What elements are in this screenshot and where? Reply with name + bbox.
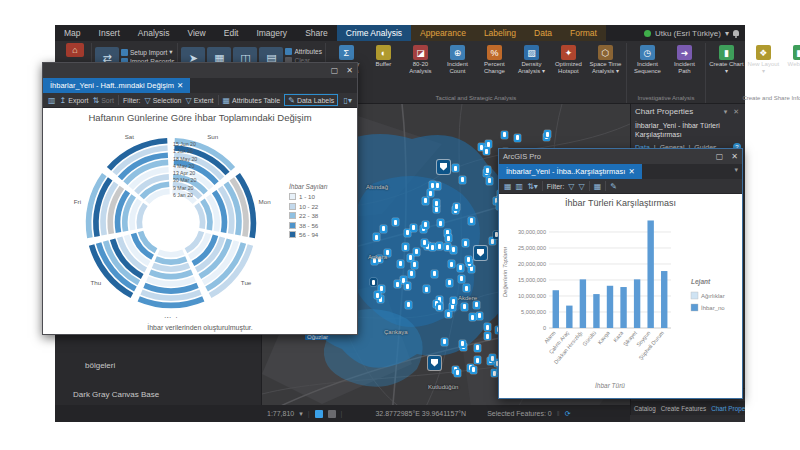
maximize-icon[interactable]: ▢ — [331, 66, 339, 75]
setup-import-button[interactable]: Setup Import▾ — [121, 48, 174, 56]
dock-tab-create-features[interactable]: Create Features — [661, 405, 707, 412]
incident-sequence-button[interactable]: ◷Incident Sequence — [630, 43, 665, 75]
attributes-table-button[interactable]: ▦Attributes Table — [223, 96, 281, 105]
close-icon[interactable]: ✕ — [731, 152, 738, 161]
filter-extent-button[interactable]: ▽Extent — [186, 96, 214, 105]
incident-marker[interactable] — [410, 224, 417, 232]
density-analysis-button[interactable]: ▨Density Analysis ▾ — [514, 43, 549, 75]
incident-marker[interactable] — [445, 234, 452, 242]
incident-marker[interactable] — [469, 313, 476, 321]
notification-bell-icon[interactable] — [733, 30, 739, 36]
incident-marker[interactable] — [373, 233, 380, 241]
incident-marker[interactable] — [411, 261, 418, 269]
incident-marker[interactable] — [461, 303, 468, 311]
snap-toggle-icon[interactable] — [315, 410, 323, 418]
incident-marker[interactable] — [397, 260, 404, 268]
ribbon-tab-insert[interactable]: Insert — [90, 25, 129, 41]
ribbon-tab-imagery[interactable]: Imagery — [247, 25, 296, 41]
bar-g-r-lt[interactable] — [593, 294, 599, 328]
incident-marker[interactable] — [483, 147, 490, 155]
incident-marker[interactable] — [468, 217, 475, 225]
incident-marker[interactable] — [429, 181, 436, 189]
bar-al-nt-ara[interactable] — [566, 306, 572, 328]
ribbon-tab-format[interactable]: Format — [561, 25, 606, 41]
radial-segment[interactable] — [159, 252, 184, 255]
optimized-hotspot-button[interactable]: ✦Optimized Hotspot — [551, 43, 586, 75]
ribbon-tab-analysis[interactable]: Analysis — [129, 25, 179, 41]
bar-chart-tab[interactable]: İhbarlar_Yeni - İhba..Karşılaştırması✕ — [499, 164, 642, 179]
close-icon[interactable]: ✕ — [346, 66, 353, 75]
incident-marker[interactable] — [484, 323, 491, 331]
attributes-button[interactable]: Attributes — [285, 48, 321, 55]
incident-marker[interactable] — [394, 280, 401, 288]
pencil-icon[interactable]: ✎ — [610, 182, 617, 191]
incident-marker[interactable] — [474, 344, 481, 352]
incident-marker[interactable] — [441, 338, 448, 346]
data-labels-toggle[interactable]: ✎Data Labels — [284, 94, 338, 106]
incident-marker[interactable] — [405, 301, 412, 309]
ribbon-tab-edit[interactable]: Edit — [215, 25, 248, 41]
ribbon-tab-share[interactable]: Share — [296, 25, 337, 41]
incident-marker[interactable] — [448, 260, 455, 268]
bar-window-titlebar[interactable]: ArcGIS Pro ▢✕ — [499, 149, 742, 164]
incident-marker[interactable] — [484, 166, 491, 174]
close-tab-icon[interactable]: ✕ — [628, 167, 634, 176]
sort-icon[interactable]: ⇅▾ — [527, 182, 538, 191]
bar-alarm[interactable] — [553, 290, 559, 328]
incident-marker[interactable] — [370, 278, 377, 286]
table-icon[interactable]: ▦ — [594, 182, 602, 191]
incident-marker[interactable] — [473, 301, 480, 309]
incident-count-button[interactable]: ⊕Incident Count — [440, 43, 475, 75]
incident-marker[interactable] — [380, 225, 387, 233]
ribbon-tab-labeling[interactable]: Labeling — [475, 25, 525, 41]
incident-marker[interactable] — [470, 366, 477, 374]
pane-controls[interactable]: ▾ ✕ — [724, 108, 741, 116]
incident-marker[interactable] — [486, 177, 493, 185]
dock-tab-chart-properties[interactable]: Chart Properties — [711, 405, 745, 412]
bar-ikayet[interactable] — [634, 279, 640, 328]
incident-marker[interactable] — [489, 354, 496, 362]
radial-chart-plot[interactable]: SunMonTueWedThuFriSat15 Jun 201 Jun 2018… — [43, 123, 289, 318]
bar-chart-plot[interactable]: 05,000,00010,000,00015,000,00020,000,000… — [499, 208, 740, 394]
incident-marker[interactable] — [423, 285, 430, 293]
radial-chart-tab[interactable]: İhbarlar_Yeni - Haft..mındaki Değişim✕ — [43, 78, 190, 93]
maximize-icon[interactable]: ▢ — [716, 152, 724, 161]
bar-kaza[interactable] — [620, 287, 626, 328]
incident-marker[interactable] — [446, 279, 453, 287]
incident-marker[interactable] — [422, 197, 429, 205]
incident-marker[interactable] — [453, 203, 460, 211]
web-map-button[interactable]: ◧Web Map — [783, 43, 800, 68]
incident-marker[interactable] — [402, 243, 409, 251]
refresh-icon[interactable]: ⟳ — [565, 410, 571, 418]
filter-selection-button[interactable]: ▽Selection — [145, 96, 182, 105]
incident-path-button[interactable]: ➜Incident Path — [667, 43, 702, 75]
options-icon[interactable]: ▯▾ — [344, 96, 352, 105]
incident-marker[interactable] — [436, 303, 443, 311]
selected-features-count[interactable]: Selected Features: 0 — [487, 410, 552, 417]
incident-marker[interactable] — [450, 297, 457, 305]
incident-marker[interactable] — [421, 239, 428, 247]
radial-window-titlebar[interactable]: ▢✕ — [43, 63, 357, 78]
incident-marker[interactable] — [457, 264, 464, 272]
user-account[interactable]: Utku (Esri Türkiye) ▾ — [644, 25, 745, 41]
bar-kavga[interactable] — [607, 286, 613, 328]
incident-marker[interactable] — [429, 243, 436, 251]
incident-marker[interactable] — [408, 270, 415, 278]
ribbon-tab-data[interactable]: Data — [525, 25, 561, 41]
incident-marker[interactable] — [433, 199, 440, 207]
incident-marker[interactable] — [459, 340, 466, 348]
ribbon-tab-view[interactable]: View — [178, 25, 214, 41]
percent-change-button[interactable]: %Percent Change — [477, 43, 512, 75]
scale-dropdown-icon[interactable]: ▾ — [299, 410, 303, 418]
incident-marker[interactable] — [437, 219, 444, 227]
incident-marker[interactable] — [484, 332, 491, 340]
layer-item-basemap[interactable]: Dark Gray Canvas Base — [73, 390, 159, 399]
incident-marker[interactable] — [474, 356, 481, 364]
police-badge-marker[interactable] — [437, 160, 450, 174]
map-scale[interactable]: 1:77,810 — [267, 410, 294, 417]
bar-d-kkan-h-rs-zl[interactable] — [580, 279, 586, 328]
bar-pheli-durum[interactable] — [661, 271, 667, 328]
police-badge-marker[interactable] — [428, 356, 441, 370]
incident-marker[interactable] — [444, 243, 451, 251]
80-20-analysis-button[interactable]: ◪80-20 Analysis — [403, 43, 438, 75]
